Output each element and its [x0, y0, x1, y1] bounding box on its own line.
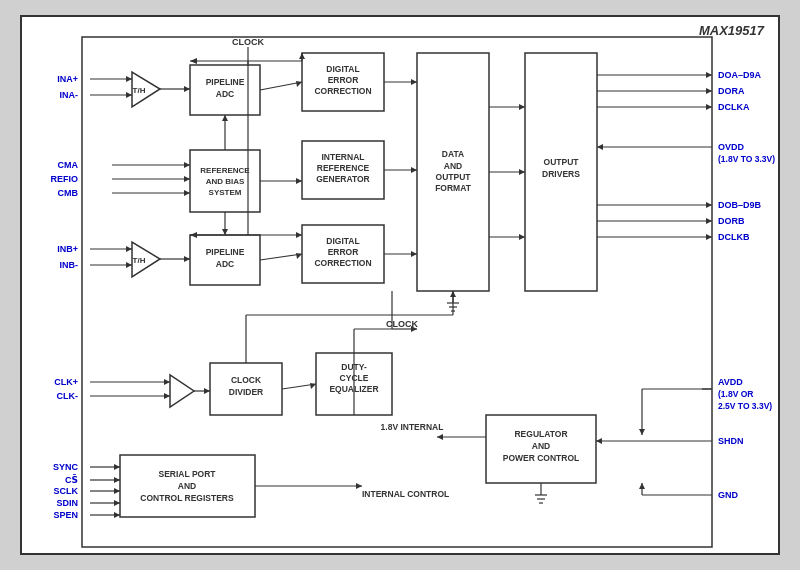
svg-marker-130: [114, 500, 120, 506]
svg-marker-132: [114, 512, 120, 518]
svg-marker-151: [596, 438, 602, 444]
svg-text:DATA: DATA: [442, 149, 464, 159]
svg-text:1.8V INTERNAL: 1.8V INTERNAL: [381, 422, 444, 432]
svg-marker-136: [706, 88, 712, 94]
svg-marker-57: [299, 53, 305, 59]
svg-marker-164: [222, 115, 228, 121]
svg-text:SPEN: SPEN: [53, 510, 78, 520]
svg-text:REFERENCE: REFERENCE: [317, 163, 370, 173]
svg-marker-84: [296, 178, 302, 184]
svg-marker-96: [126, 246, 132, 252]
svg-text:DCLKB: DCLKB: [718, 232, 750, 242]
svg-rect-0: [82, 37, 712, 547]
svg-text:CLOCK: CLOCK: [231, 375, 262, 385]
svg-marker-78: [519, 104, 525, 110]
svg-marker-76: [411, 167, 417, 173]
svg-text:INB+: INB+: [57, 244, 78, 254]
svg-text:DOA–D9A: DOA–D9A: [718, 70, 762, 80]
svg-text:DOB–D9B: DOB–D9B: [718, 200, 762, 210]
svg-marker-88: [184, 176, 190, 182]
svg-text:AND BIAS: AND BIAS: [206, 177, 245, 186]
svg-marker-112: [411, 326, 417, 332]
svg-marker-144: [706, 218, 712, 224]
svg-text:OUTPUT: OUTPUT: [544, 157, 580, 167]
svg-marker-102: [164, 393, 170, 399]
svg-marker-122: [356, 483, 362, 489]
svg-text:CLK+: CLK+: [54, 377, 78, 387]
svg-marker-68: [184, 256, 190, 262]
svg-marker-98: [126, 262, 132, 268]
svg-text:DRIVERS: DRIVERS: [542, 169, 580, 179]
svg-marker-138: [706, 104, 712, 110]
svg-text:INB-: INB-: [60, 260, 79, 270]
svg-marker-124: [114, 464, 120, 470]
svg-marker-154: [639, 483, 645, 489]
svg-line-60: [260, 82, 302, 90]
svg-text:AVDD: AVDD: [718, 377, 743, 387]
svg-text:CS̄: CS̄: [65, 474, 78, 485]
svg-marker-59: [184, 86, 190, 92]
svg-text:T/H: T/H: [133, 86, 146, 95]
svg-text:CONTROL REGISTERS: CONTROL REGISTERS: [140, 493, 234, 503]
svg-marker-119: [437, 434, 443, 440]
svg-text:ADC: ADC: [216, 259, 234, 269]
svg-rect-7: [190, 235, 260, 285]
svg-rect-13: [525, 53, 597, 291]
svg-marker-166: [222, 229, 228, 235]
svg-marker-80: [519, 169, 525, 175]
svg-text:(1.8V OR: (1.8V OR: [718, 389, 753, 399]
svg-text:DORA: DORA: [718, 86, 745, 96]
svg-rect-11: [302, 141, 384, 199]
svg-line-105: [282, 384, 316, 389]
svg-text:CORRECTION: CORRECTION: [314, 86, 371, 96]
svg-marker-106: [310, 383, 316, 389]
svg-text:INA-: INA-: [60, 90, 79, 100]
svg-marker-5: [170, 375, 194, 407]
svg-text:SYNC: SYNC: [53, 462, 79, 472]
svg-marker-94: [126, 92, 132, 98]
svg-rect-10: [302, 225, 384, 283]
svg-text:ERROR: ERROR: [328, 75, 359, 85]
svg-text:FORMAT: FORMAT: [435, 183, 472, 193]
svg-text:DIGITAL: DIGITAL: [326, 236, 359, 246]
svg-text:INTERNAL: INTERNAL: [322, 152, 365, 162]
chip-label: MAX19517: [699, 23, 764, 38]
svg-rect-6: [190, 65, 260, 115]
svg-text:2.5V TO 3.3V): 2.5V TO 3.3V): [718, 401, 772, 411]
svg-marker-100: [164, 379, 170, 385]
svg-text:GND: GND: [718, 490, 739, 500]
svg-marker-149: [639, 429, 645, 435]
svg-marker-104: [204, 388, 210, 394]
svg-text:INTERNAL CONTROL: INTERNAL CONTROL: [362, 489, 449, 499]
svg-marker-61: [296, 81, 302, 87]
svg-text:CMA: CMA: [58, 160, 79, 170]
svg-marker-70: [296, 253, 302, 259]
svg-text:DIGITAL: DIGITAL: [326, 64, 359, 74]
svg-text:ERROR: ERROR: [328, 247, 359, 257]
svg-marker-128: [114, 488, 120, 494]
svg-marker-126: [114, 477, 120, 483]
svg-text:PIPELINE: PIPELINE: [206, 77, 245, 87]
svg-text:INA+: INA+: [57, 74, 78, 84]
svg-text:OUTPUT: OUTPUT: [436, 172, 472, 182]
svg-text:AND: AND: [444, 161, 462, 171]
svg-text:AND: AND: [532, 441, 550, 451]
svg-text:SCLK: SCLK: [54, 486, 79, 496]
svg-text:DORB: DORB: [718, 216, 745, 226]
svg-text:CLK-: CLK-: [57, 391, 79, 401]
svg-text:DCLKA: DCLKA: [718, 102, 750, 112]
svg-text:SDIN: SDIN: [56, 498, 78, 508]
svg-text:REFIO: REFIO: [50, 174, 78, 184]
svg-marker-1: [132, 72, 160, 107]
svg-text:AND: AND: [178, 481, 196, 491]
svg-text:CMB: CMB: [58, 188, 79, 198]
svg-rect-14: [210, 363, 282, 415]
svg-text:SHDN: SHDN: [718, 436, 744, 446]
svg-marker-65: [190, 232, 197, 238]
svg-marker-140: [597, 144, 603, 150]
svg-marker-56: [190, 58, 197, 64]
svg-text:DIVIDER: DIVIDER: [229, 387, 263, 397]
svg-text:PIPELINE: PIPELINE: [206, 247, 245, 257]
svg-rect-9: [302, 53, 384, 111]
svg-text:T/H: T/H: [133, 256, 146, 265]
